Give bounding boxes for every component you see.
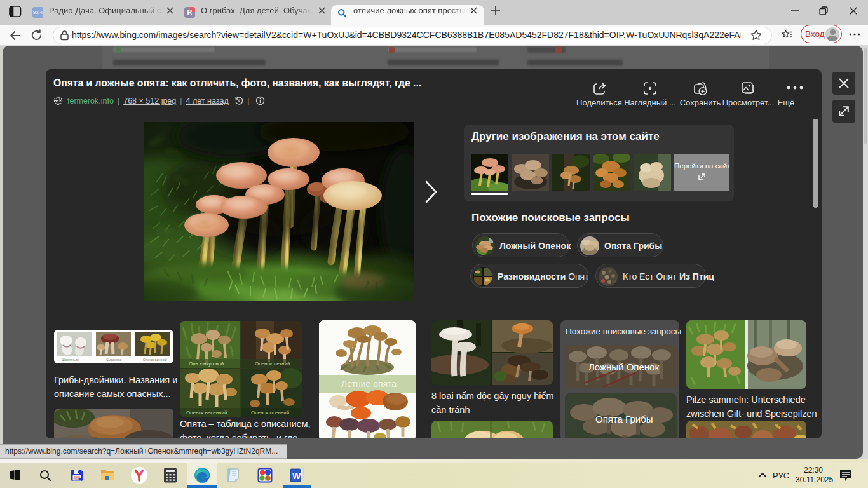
svg-text:W: W <box>292 471 301 481</box>
svg-text:Опенок весенний: Опенок весенний <box>186 410 227 416</box>
svg-text:Опь юнкуговой: Опь юнкуговой <box>189 361 224 367</box>
svg-text:Опенок осенний: Опенок осенний <box>251 410 289 416</box>
svg-text:Опята Грибы: Опята Грибы <box>595 414 653 424</box>
svg-text:Летние опята: Летние опята <box>341 379 397 389</box>
svg-text:Сыроежка: Сыроежка <box>106 358 121 362</box>
svg-text:Шампиньон: Шампиньон <box>62 358 79 362</box>
svg-text:Опенок летний: Опенок летний <box>255 361 290 367</box>
svg-text:Ложный Опенок: Ложный Опенок <box>588 362 659 372</box>
svg-text:Опенок осенний: Опенок осенний <box>143 358 167 362</box>
